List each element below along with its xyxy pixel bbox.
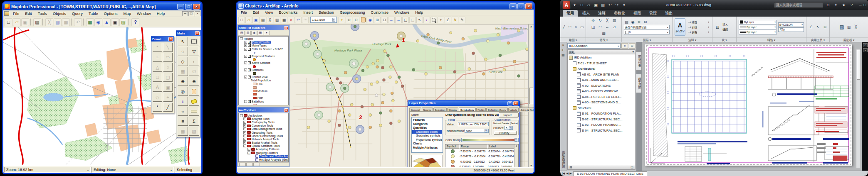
model-views-tab[interactable]: 模型视图 — [636, 74, 642, 93]
select-features-icon[interactable]: ▢ — [402, 17, 409, 23]
expand-collapse-icon[interactable]: - — [240, 37, 243, 40]
toc-row[interactable] — [239, 86, 288, 89]
back-extent-icon[interactable]: ← — [388, 17, 395, 23]
linetype-combobox[interactable]: ByLayer▾ — [739, 25, 777, 29]
catalog-tab[interactable] — [253, 163, 260, 166]
forward-extent-icon[interactable]: → — [395, 17, 402, 23]
utilities-panel-label[interactable]: 实用工具 ▾ — [806, 37, 829, 42]
minimize-button[interactable]: ─ — [177, 4, 184, 10]
class-break-row[interactable]: 0.524513 - 3.040986 0.524513 - 3.040986 — [445, 164, 518, 168]
open-icon[interactable]: ▱ — [586, 2, 592, 8]
toc-row[interactable] — [239, 65, 288, 68]
ssm-preview-icon[interactable]: ◫ — [630, 166, 634, 169]
toc-row[interactable]: - Calls for Service - Feb07 — [239, 47, 288, 51]
line-tool[interactable]: ╲ — [163, 43, 173, 52]
paste-icon[interactable]: ▧ — [839, 24, 845, 29]
menu-item[interactable]: Help — [154, 11, 168, 16]
column-range[interactable]: Range — [460, 144, 488, 149]
prev-tab-icon[interactable]: ◀ — [566, 172, 568, 175]
layer-visibility-checkbox[interactable] — [248, 100, 251, 103]
arctoolbox-close-icon[interactable]: × — [284, 108, 288, 112]
sheet-list-tab[interactable]: 图纸列表 — [636, 51, 642, 71]
class-break-row[interactable]: -7.826674 - -2.694779 -7.826674 - -2.694… — [445, 149, 518, 154]
arc-tool[interactable]: ◠ — [163, 53, 173, 62]
find-icon[interactable] — [430, 17, 437, 23]
toc-row[interactable]: Low — [239, 82, 288, 86]
toc-row[interactable] — [239, 93, 288, 96]
dialog-help-button[interactable]: ? — [507, 101, 512, 105]
menu-item[interactable]: Edit — [22, 11, 35, 16]
delete-icon[interactable]: × — [288, 17, 294, 23]
autocad-titlebar[interactable]: A ▾ □ ▱ ▣ ▤ ↶ ↷ ▾ AutoCAD 2011 - S7B.dwg… — [560, 0, 868, 10]
expand-collapse-icon[interactable]: + — [244, 44, 247, 47]
properties-panel-label[interactable]: 特性 ▾ — [737, 37, 806, 42]
sheet-tree-row[interactable]: IRD Addition — [568, 55, 635, 61]
search-binoculars-icon[interactable]: ⊙ — [825, 2, 831, 8]
expand-collapse-icon[interactable]: + — [243, 117, 246, 120]
menu-item[interactable]: Tools — [35, 11, 50, 16]
show-list-item[interactable]: Features — [412, 118, 442, 122]
copy-icon[interactable]: ▥ — [54, 18, 62, 26]
toc-row[interactable] — [239, 72, 288, 75]
layout-paper[interactable] — [645, 44, 852, 166]
copy-icon[interactable]: ▥ — [611, 18, 617, 23]
menu-item[interactable]: Help — [413, 10, 426, 15]
ribbon-tab[interactable]: 管理 — [645, 10, 660, 17]
rectangle-icon[interactable]: ▭ — [580, 24, 585, 29]
legend-tool[interactable]: ≡ — [178, 117, 188, 126]
expand-collapse-icon[interactable]: + — [243, 127, 246, 130]
transparency-field[interactable]: ◱0 — [778, 27, 804, 32]
trim-icon[interactable]: ╳ — [604, 18, 610, 23]
new-grapher-icon[interactable]: ▲ — [103, 18, 111, 26]
drag-map-window-tool[interactable]: ⇔ — [178, 107, 188, 116]
redo-icon[interactable]: ↷ — [614, 2, 620, 8]
menu-item[interactable]: Table — [86, 11, 101, 16]
new-redistricter-icon[interactable]: ▨ — [119, 18, 127, 26]
annotation-tool[interactable]: ⊸引线▾ — [687, 25, 710, 29]
line-style-button[interactable]: ╱ — [163, 103, 173, 112]
ribbon-tab[interactable]: 输出 — [661, 10, 676, 17]
zoom-in-icon[interactable]: ⊕ — [346, 17, 352, 23]
array-icon[interactable]: ▦ — [601, 31, 607, 36]
layer-freeze-icon[interactable]: ❄ — [636, 20, 642, 24]
ribbon-tab[interactable]: 常用 — [563, 10, 578, 17]
annotation-tool[interactable]: ⊸表格▾ — [687, 30, 710, 34]
new-icon[interactable]: □ — [579, 2, 585, 8]
pan-tool[interactable] — [189, 87, 199, 96]
maximize-button[interactable]: □ — [864, 3, 866, 7]
layer-state-combobox[interactable]: 未保存的图层状态▾ — [624, 25, 670, 29]
paste-icon[interactable]: ▦ — [281, 17, 287, 23]
reshape-tool[interactable]: ◇ — [153, 93, 162, 102]
show-list-item[interactable]: Multiple Attributes — [412, 146, 442, 150]
sheet-tree-row[interactable]: S-04 - STRUCTURAL SEC... — [568, 128, 635, 134]
doc-restore-icon[interactable]: □ — [863, 43, 868, 47]
help-pointer-icon[interactable]: ? — [131, 18, 139, 26]
sheet-tree-row[interactable]: T-01 - TITLE SHEET — [568, 61, 635, 66]
measure-icon[interactable]: ∠ — [445, 17, 451, 23]
layer-combobox[interactable]: 0▾ — [624, 30, 670, 34]
ssm-close-icon[interactable]: × — [562, 43, 564, 47]
toc-row[interactable]: + Points2Cluster — [239, 40, 288, 44]
show-list-item[interactable]: Charts — [412, 142, 442, 146]
new-browser-icon[interactable]: ▦ — [86, 18, 94, 26]
drawing-canvas[interactable]: □ × — [642, 42, 868, 171]
zoom-in-tool[interactable]: ⊕ — [178, 77, 188, 86]
copy-clip-icon[interactable]: ▥ — [846, 24, 852, 29]
add-node-tool[interactable]: + — [163, 93, 173, 102]
main-toolbar-titlebar[interactable]: Main × — [176, 31, 200, 36]
arctoolbox-titlebar[interactable]: ArcToolbox × — [238, 108, 289, 112]
toc-close-icon[interactable]: × — [284, 26, 288, 30]
sheet-set-combobox[interactable]: IRD Addition▾ — [567, 43, 621, 49]
sheet-tree-row[interactable]: A-03 - DOORS WINDOW... — [568, 88, 635, 94]
ssm-import-icon[interactable]: ⊞ — [629, 43, 636, 49]
frame-tool[interactable]: ▣ — [163, 83, 173, 92]
plot-icon[interactable]: ▤ — [600, 2, 606, 8]
object-color-combobox[interactable]: ByLayer▾ — [739, 20, 777, 24]
open-table-icon[interactable]: ▱ — [13, 18, 21, 26]
toolbox-row[interactable]: + Linear Referencing Tools — [239, 134, 288, 137]
next-tab-icon[interactable]: ▶ — [570, 172, 572, 175]
copy-icon[interactable]: ▥ — [274, 17, 280, 23]
cut-icon[interactable]: ╳ — [267, 17, 273, 23]
clear-selection-icon[interactable]: ▢ — [409, 17, 416, 23]
menu-item[interactable]: File — [238, 10, 250, 15]
